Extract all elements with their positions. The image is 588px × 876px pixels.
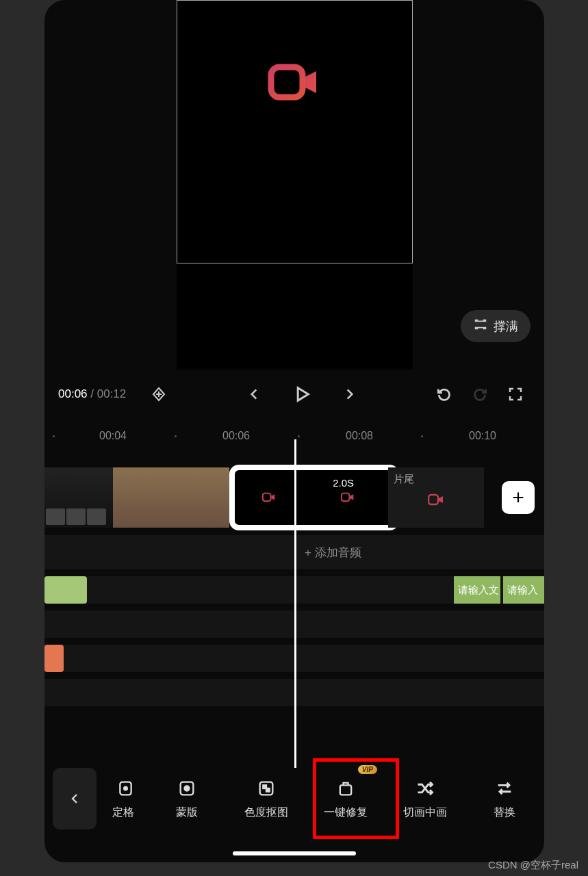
tool-freeze[interactable]: 定格 xyxy=(99,768,147,829)
bottom-toolbar: 定格 蒙版 色度抠图 VIP 一键修复 切画中画 替换 xyxy=(44,761,544,836)
fill-button[interactable]: 撑满 xyxy=(461,310,531,342)
tool-mask[interactable]: 蒙版 xyxy=(147,768,227,829)
fullscreen-button[interactable] xyxy=(500,379,531,409)
svg-rect-2 xyxy=(342,493,350,502)
track-block[interactable] xyxy=(44,576,87,604)
chroma-icon xyxy=(256,778,277,799)
svg-point-7 xyxy=(184,786,189,790)
vip-badge: VIP xyxy=(358,765,377,774)
freeze-icon xyxy=(113,778,133,799)
clip-thumbnail[interactable] xyxy=(44,467,113,528)
svg-rect-10 xyxy=(266,788,270,792)
clip-handle-left[interactable] xyxy=(239,484,242,511)
svg-rect-11 xyxy=(340,785,351,795)
clip-duration: 2.0S xyxy=(333,477,354,489)
undo-button[interactable] xyxy=(429,379,459,409)
svg-rect-3 xyxy=(429,495,438,504)
camera-icon xyxy=(341,492,355,503)
playback-controls: 00:06 / 00:12 xyxy=(44,370,544,419)
tool-label: 替换 xyxy=(494,806,515,820)
add-clip-button[interactable]: + xyxy=(502,481,535,514)
tool-label: 蒙版 xyxy=(176,806,198,820)
tool-label: 定格 xyxy=(112,806,134,820)
tool-repair[interactable]: VIP 一键修复 xyxy=(306,768,385,829)
time-current: 00:06 xyxy=(58,387,88,400)
playhead[interactable] xyxy=(294,439,296,768)
time-display: 00:06 / 00:12 xyxy=(58,387,126,401)
time-total: 00:12 xyxy=(97,387,127,400)
redo-button[interactable] xyxy=(465,379,495,409)
play-button[interactable] xyxy=(287,379,317,409)
preview-area: 撑满 xyxy=(44,0,544,370)
next-button[interactable] xyxy=(335,379,365,409)
video-frame-border xyxy=(177,0,413,263)
tool-replace[interactable]: 替换 xyxy=(465,768,544,829)
end-clip-label: 片尾 xyxy=(394,473,414,486)
replace-icon xyxy=(494,778,515,799)
mask-icon xyxy=(177,778,197,799)
camera-icon xyxy=(267,62,322,103)
tool-chroma[interactable]: 色度抠图 xyxy=(227,768,306,829)
svg-point-5 xyxy=(124,786,127,790)
svg-rect-0 xyxy=(271,67,303,97)
track-block[interactable] xyxy=(44,645,64,672)
video-canvas[interactable] xyxy=(177,0,413,370)
camera-icon xyxy=(262,492,276,503)
svg-rect-1 xyxy=(263,493,271,502)
home-indicator[interactable] xyxy=(233,851,356,855)
expand-icon xyxy=(473,317,488,335)
selected-clip[interactable]: 2.0S xyxy=(229,465,399,530)
back-button[interactable] xyxy=(53,768,97,829)
prev-button[interactable] xyxy=(239,379,269,409)
tool-label: 切画中画 xyxy=(403,806,447,820)
watermark: CSDN @空杯子real xyxy=(488,859,578,872)
ruler-mark: 00:04 xyxy=(99,430,127,442)
tool-pip[interactable]: 切画中画 xyxy=(385,768,465,829)
add-audio-label[interactable]: + 添加音频 xyxy=(305,545,361,561)
timeline-area[interactable]: 2.0S 片尾 + + 添加音频 请输入文 请输入 xyxy=(44,467,544,768)
repair-icon xyxy=(335,778,356,799)
app-frame: 撑满 00:06 / 00:12 00:04 00:06 00:08 00:10 xyxy=(44,0,544,862)
text-block[interactable]: 请输入文 xyxy=(454,576,500,604)
tool-label: 色度抠图 xyxy=(244,806,288,820)
ruler-mark: 00:10 xyxy=(469,430,496,442)
fill-label: 撑满 xyxy=(494,318,518,335)
tool-label: 一键修复 xyxy=(324,806,368,820)
shuffle-icon xyxy=(415,778,435,799)
keyframe-button[interactable] xyxy=(144,379,174,409)
ruler-mark: 00:06 xyxy=(222,430,250,442)
text-block[interactable]: 请输入 xyxy=(503,576,544,604)
clip-thumbnail[interactable] xyxy=(113,467,229,528)
ruler-mark: 00:08 xyxy=(346,430,373,442)
end-clip[interactable]: 片尾 xyxy=(388,467,484,528)
